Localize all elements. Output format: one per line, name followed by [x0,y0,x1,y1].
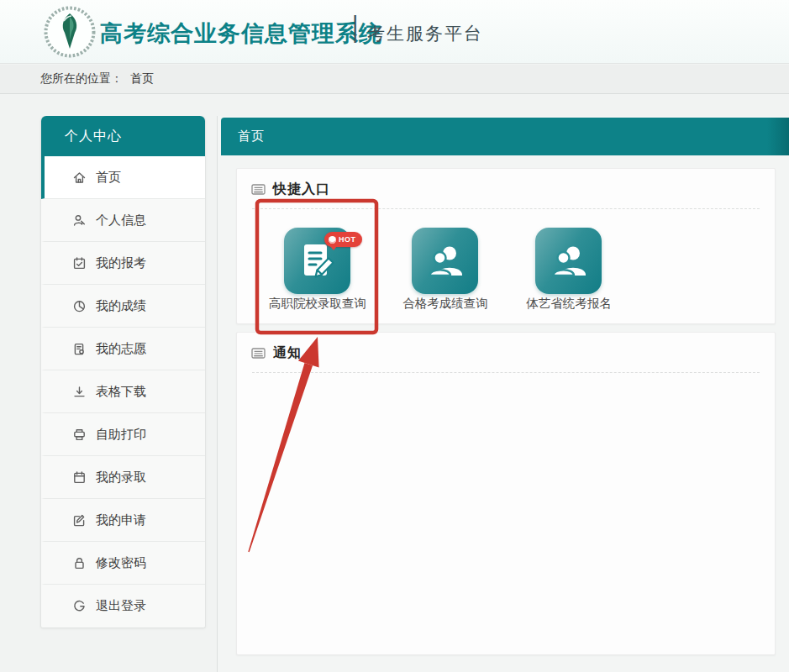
sidebar-header: 个人中心 [41,116,205,156]
notice-section-head: 通知 [251,344,302,362]
download-icon [72,385,87,399]
sidebar: 个人中心 首页 个人信息 我的报考 我的成绩 [40,116,206,628]
sidebar-item-personal-info[interactable]: 个人信息 [41,199,205,242]
edit-icon [72,513,87,528]
panel-list-icon [251,348,266,359]
app-subtitle: 考生服务平台 [367,22,483,45]
main-content: 首页 快捷入口 HOT [217,116,789,672]
printer-icon [72,428,87,442]
app-title: 高考综合业务信息管理系统 [100,18,382,49]
sidebar-item-label: 首页 [96,170,121,186]
sidebar-item-my-preferences[interactable]: 我的志愿 [41,328,205,370]
app-logo-emblem-icon [44,6,96,58]
sidebar-item-label: 我的成绩 [96,298,146,314]
hot-badge: HOT [324,232,362,247]
app-window: 高考综合业务信息管理系统 | 考生服务平台 您所在的位置： 首页 个人中心 首页… [0,0,789,672]
sidebar-item-home[interactable]: 首页 [41,156,205,199]
sidebar-item-label: 表格下载 [96,384,146,400]
sidebar-item-label: 退出登录 [96,598,146,614]
main-page-title: 首页 [238,129,265,144]
sidebar-item-my-scores[interactable]: 我的成绩 [41,285,205,328]
panel-list-icon [251,184,266,195]
sidebar-item-logout[interactable]: 退出登录 [41,585,205,627]
breadcrumb: 您所在的位置： 首页 [0,65,789,94]
quick-link-sports-arts-registration[interactable] [535,228,602,294]
title-separator: | [352,11,358,45]
sidebar-item-label: 修改密码 [96,555,146,571]
app-header: 高考综合业务信息管理系统 | 考生服务平台 [0,0,789,64]
lock-icon [72,556,87,570]
sidebar-item-label: 我的申请 [96,512,146,528]
dashed-divider [252,372,760,373]
sidebar-item-change-password[interactable]: 修改密码 [41,542,205,585]
quick-link-label-sports-arts-registration[interactable]: 体艺省统考报名 [502,296,636,312]
people-icon [544,237,592,284]
notice-title: 通知 [273,344,302,362]
sidebar-item-my-admission[interactable]: 我的录取 [41,456,205,499]
sidebar-item-label: 我的报考 [96,255,146,271]
pie-chart-icon [72,299,87,313]
sidebar-item-label: 个人信息 [96,213,146,228]
dashed-divider [252,208,760,209]
sidebar-item-my-registration[interactable]: 我的报考 [41,242,205,285]
sidebar-item-label: 我的志愿 [96,341,146,357]
sidebar-item-form-download[interactable]: 表格下载 [41,370,205,413]
quick-link-admission-query[interactable]: HOT [284,228,350,294]
user-icon [72,213,87,228]
breadcrumb-current-page[interactable]: 首页 [130,71,154,87]
people-icon [421,237,468,284]
sidebar-item-self-print[interactable]: 自助打印 [41,413,205,456]
quick-link-label-qualification-scores[interactable]: 合格考成绩查询 [378,296,513,312]
logout-icon [72,599,87,613]
flame-icon [329,236,336,244]
sidebar-item-my-application[interactable]: 我的申请 [41,499,205,542]
calendar-check-icon [72,256,87,270]
quick-entry-title: 快捷入口 [273,181,330,198]
sidebar-item-label: 自助打印 [96,427,146,443]
notice-card: 通知 [236,332,776,655]
calendar-icon [72,470,87,485]
main-titlebar: 首页 [221,118,789,155]
quick-entry-section-head: 快捷入口 [251,181,330,198]
sidebar-item-label: 我的录取 [96,470,146,486]
hot-badge-label: HOT [339,235,356,244]
quick-link-label-admission-query[interactable]: 高职院校录取查询 [250,296,385,312]
home-icon [72,171,87,185]
quick-link-qualification-scores[interactable] [412,228,478,294]
breadcrumb-label: 您所在的位置： [40,71,123,87]
quick-entry-card: 快捷入口 HOT 高职院校录取查询 [236,168,776,324]
document-icon [72,342,87,356]
